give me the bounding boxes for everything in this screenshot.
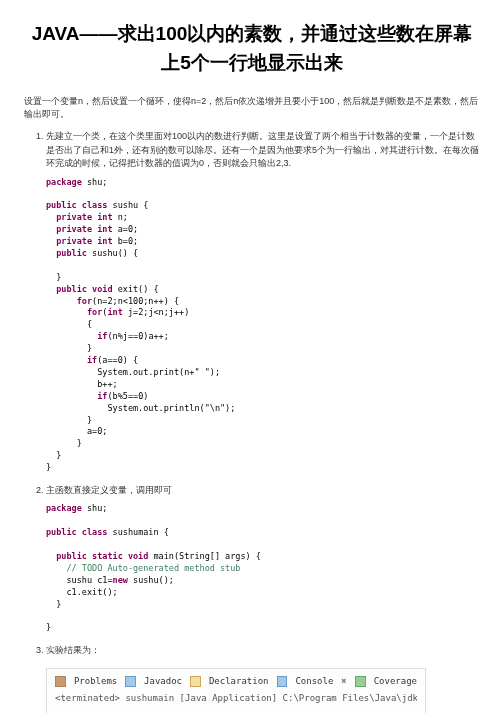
t: sushu { xyxy=(107,200,148,210)
tab-coverage[interactable]: Coverage xyxy=(374,675,417,689)
kw-if: if xyxy=(97,391,107,401)
code-block-1: package shu; public class sushu { privat… xyxy=(46,177,480,474)
t: (n=2;n<100;n++) { xyxy=(92,296,179,306)
tab-declaration[interactable]: Declaration xyxy=(209,675,269,689)
step-1-text: 先建立一个类，在这个类里面对100以内的数进行判断。这里是设置了两个相当于计数器… xyxy=(46,131,479,168)
step-2: 主函数直接定义变量，调用即可 package shu; public class… xyxy=(46,484,480,634)
tab-javadoc[interactable]: Javadoc xyxy=(144,675,182,689)
console-terminated-line: <terminated> sushumain [Java Application… xyxy=(55,692,417,706)
t: sushu() { xyxy=(87,248,138,258)
kw-private-int: private int xyxy=(46,224,113,234)
t: } xyxy=(46,599,61,609)
kw-public-class: public class xyxy=(46,200,107,210)
console-icon xyxy=(277,676,288,687)
t: (n%j==0)a++; xyxy=(107,331,168,341)
t: } xyxy=(46,622,51,632)
t: } xyxy=(46,462,51,472)
t: } xyxy=(46,343,92,353)
coverage-icon xyxy=(355,676,366,687)
t: (b%5==0) xyxy=(107,391,148,401)
tab-problems[interactable]: Problems xyxy=(74,675,117,689)
t: sushumain { xyxy=(107,527,168,537)
t: shu; xyxy=(82,177,108,187)
javadoc-icon xyxy=(125,676,136,687)
console-tabbar: Problems Javadoc Declaration Console ✖ C… xyxy=(55,675,417,689)
kw-public: public xyxy=(46,248,87,258)
t: } xyxy=(46,450,61,460)
kw-if: if xyxy=(97,331,107,341)
t: { xyxy=(46,319,92,329)
t: j=2;j<n;j++) xyxy=(123,307,190,317)
t: b++; xyxy=(46,379,118,389)
kw-int: int xyxy=(107,307,122,317)
t: } xyxy=(46,272,61,282)
kw-public-class: public class xyxy=(46,527,107,537)
kw-public-void: public void xyxy=(46,284,113,294)
intro-paragraph: 设置一个变量n，然后设置一个循环，使得n=2，然后n依次递增并且要小于100，然… xyxy=(24,95,480,120)
t: a=0; xyxy=(113,224,139,234)
kw-private-int: private int xyxy=(46,212,113,222)
t: } xyxy=(46,415,92,425)
t: sushu(); xyxy=(128,575,174,585)
t: main(String[] args) { xyxy=(148,551,261,561)
tab-console[interactable]: Console xyxy=(295,675,333,689)
t: shu; xyxy=(82,503,108,513)
step-3-text: 实验结果为： xyxy=(46,645,100,655)
t: System.out.println("\n"); xyxy=(46,403,235,413)
kw-private-int: private int xyxy=(46,236,113,246)
comment-todo: // TODO Auto-generated method stub xyxy=(46,563,240,573)
t: n; xyxy=(113,212,128,222)
kw-for: for xyxy=(77,296,92,306)
page-title: JAVA——求出100以内的素数，并通过这些数在屏幕上5个一行地显示出来 xyxy=(24,20,480,77)
kw-package: package xyxy=(46,503,82,513)
problems-icon xyxy=(55,676,66,687)
step-1: 先建立一个类，在这个类里面对100以内的数进行判断。这里是设置了两个相当于计数器… xyxy=(46,130,480,474)
t: b=0; xyxy=(113,236,139,246)
pin-icon[interactable]: ✖ xyxy=(341,675,346,689)
declaration-icon xyxy=(190,676,201,687)
t: a=0; xyxy=(46,426,107,436)
steps-list: 先建立一个类，在这个类里面对100以内的数进行判断。这里是设置了两个相当于计数器… xyxy=(24,130,480,713)
console-output-panel: Problems Javadoc Declaration Console ✖ C… xyxy=(46,668,426,713)
t: } xyxy=(46,438,82,448)
code-block-2: package shu; public class sushumain { pu… xyxy=(46,503,480,634)
kw-if: if xyxy=(87,355,97,365)
kw-for: for xyxy=(87,307,102,317)
step-3: 实验结果为： Problems Javadoc Declaration Cons… xyxy=(46,644,480,713)
step-2-text: 主函数直接定义变量，调用即可 xyxy=(46,485,172,495)
kw-new: new xyxy=(113,575,128,585)
t: (a==0) { xyxy=(97,355,138,365)
t: exit() { xyxy=(113,284,159,294)
t: c1.exit(); xyxy=(46,587,118,597)
t: System.out.print(n+" "); xyxy=(46,367,220,377)
kw-psvm: public static void xyxy=(46,551,148,561)
t: sushu c1= xyxy=(46,575,113,585)
kw-package: package xyxy=(46,177,82,187)
